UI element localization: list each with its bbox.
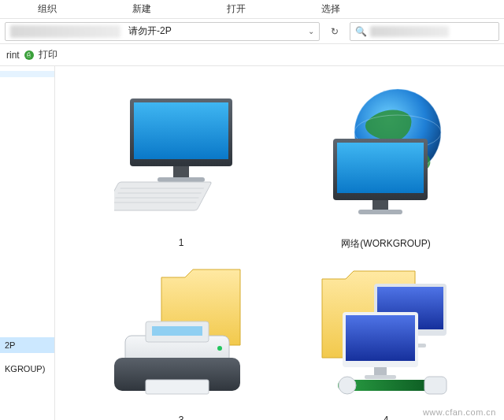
svg-point-21 — [217, 346, 222, 351]
toolbar-print-prefix: rint — [6, 50, 20, 61]
svg-rect-2 — [173, 166, 189, 177]
chevron-down-icon[interactable]: ⌄ — [308, 27, 314, 35]
printer-icon — [102, 260, 260, 410]
item-this-pc[interactable]: 1 — [79, 74, 284, 251]
ribbon-tab-select[interactable]: 选择 — [315, 1, 346, 17]
svg-rect-27 — [346, 315, 415, 361]
address-row: 请勿开-2P ⌄ ↻ 🔍 — [0, 19, 504, 44]
item-printers[interactable]: 3 — [79, 251, 284, 420]
search-obscured — [370, 26, 449, 37]
main-area: 2P KGROUP) — [0, 66, 504, 420]
svg-rect-3 — [158, 177, 205, 182]
svg-rect-31 — [424, 377, 447, 394]
svg-rect-13 — [337, 143, 424, 193]
item-label: 4 — [384, 414, 389, 420]
sidebar: 2P KGROUP) — [0, 66, 55, 420]
item-shared[interactable]: 4 — [284, 251, 488, 420]
svg-rect-20 — [146, 380, 209, 394]
svg-rect-4 — [114, 182, 212, 210]
address-bar[interactable]: 请勿开-2P ⌄ — [5, 22, 320, 41]
item-network[interactable]: 网络(WORKGROUP) — [284, 74, 488, 251]
print-icon: ⎙ — [24, 50, 34, 60]
item-label: 1 — [179, 237, 184, 251]
sidebar-item-top[interactable] — [0, 71, 54, 77]
sidebar-item-2p[interactable]: 2P — [0, 337, 54, 353]
ribbon-tabs: 组织 新建 打开 选择 — [0, 0, 504, 19]
search-input[interactable]: 🔍 — [350, 22, 499, 41]
print-button[interactable]: 打印 — [39, 48, 57, 61]
svg-rect-19 — [152, 326, 202, 336]
svg-point-32 — [339, 377, 356, 394]
item-label: 网络(WORKGROUP) — [341, 237, 430, 251]
ribbon-tab-organize[interactable]: 组织 — [32, 1, 63, 17]
svg-rect-14 — [372, 200, 388, 210]
this-pc-icon — [102, 83, 260, 232]
network-icon — [307, 83, 465, 232]
item-label: 3 — [179, 414, 184, 420]
svg-rect-28 — [374, 367, 387, 375]
watermark: www.cfan.com.cn — [423, 407, 496, 417]
search-icon: 🔍 — [355, 26, 367, 37]
ribbon-tab-open[interactable]: 打开 — [220, 1, 252, 17]
shared-folder-icon — [307, 260, 465, 410]
refresh-icon[interactable]: ↻ — [326, 26, 343, 37]
content-pane: 1 — [55, 66, 504, 420]
svg-rect-15 — [358, 210, 402, 214]
ribbon-tab-new[interactable]: 新建 — [126, 1, 158, 17]
svg-rect-29 — [365, 375, 396, 379]
svg-rect-1 — [134, 102, 228, 159]
sidebar-item-kgroup[interactable]: KGROUP) — [0, 361, 54, 377]
toolbar: rint ⎙ 打印 — [0, 44, 504, 66]
address-obscured — [10, 25, 120, 38]
address-text: 请勿开-2P — [128, 24, 172, 38]
